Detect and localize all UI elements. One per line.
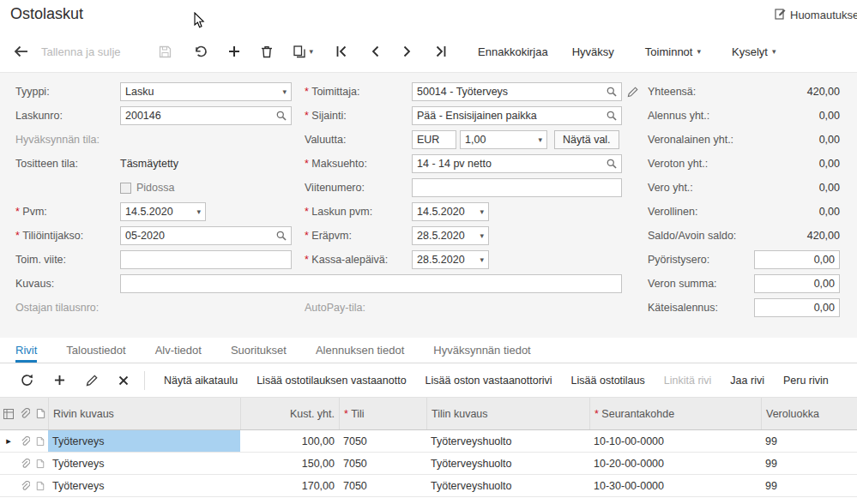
date-field[interactable]: 14.5.2020 ▾ [120, 202, 206, 221]
add-row-button[interactable] [54, 375, 65, 386]
cell-rivin-kuvaus[interactable]: Työterveys [48, 453, 240, 474]
note-cell[interactable] [33, 475, 48, 496]
table-row[interactable]: Työterveys 170,00 7050 Työterveyshuolto … [0, 475, 857, 497]
view-currency-button[interactable]: Näytä val. [554, 130, 619, 149]
search-icon[interactable] [607, 111, 617, 121]
cash-discount-field[interactable]: 0,00 [754, 298, 840, 317]
column-header-seurantakohde[interactable]: Seurantakohde [589, 398, 761, 429]
rounding-diff-field[interactable]: 0,00 [754, 250, 840, 269]
on-hold-checkbox[interactable] [120, 183, 131, 194]
column-header-tili[interactable]: Tili [339, 398, 426, 429]
cell-seurantakohde[interactable]: 10-20-00-0000 [589, 453, 761, 474]
cash-discount-date-field[interactable]: 28.5.2020 ▾ [412, 250, 489, 269]
note-cell[interactable] [33, 430, 48, 452]
invoice-number-input[interactable] [125, 110, 276, 122]
reference-number-field[interactable] [412, 178, 622, 197]
posting-period-field[interactable] [120, 226, 292, 245]
add-purchase-order-button[interactable]: Lisää ostotilaus [571, 375, 645, 387]
copy-paste-button[interactable]: ▾ [293, 45, 314, 58]
cell-seurantakohde[interactable]: 10-30-00-0000 [589, 475, 761, 496]
edit-row-button[interactable] [86, 375, 98, 387]
cell-rivin-kuvaus[interactable]: Työterveys [48, 430, 240, 452]
vendor-input[interactable] [417, 86, 607, 98]
last-record-button[interactable] [435, 45, 447, 57]
search-icon[interactable] [607, 87, 617, 97]
due-date-field[interactable]: 28.5.2020 ▾ [412, 226, 489, 245]
actions-menu-button[interactable]: Toiminnot ▾ [645, 45, 701, 58]
tab-alennuksen-tiedot[interactable]: Alennuksen tiedot [316, 338, 404, 363]
posting-period-input[interactable] [125, 230, 276, 242]
delete-button[interactable] [261, 45, 273, 58]
edit-vendor-button[interactable] [627, 87, 638, 98]
inquiries-menu-button[interactable]: Kyselyt ▾ [732, 45, 776, 58]
attachment-cell[interactable] [17, 475, 33, 496]
vendor-ref-field[interactable] [120, 250, 292, 269]
next-record-button[interactable] [402, 45, 413, 57]
grid-settings-button[interactable] [0, 398, 17, 429]
reference-number-input[interactable] [417, 182, 617, 194]
tab-taloustiedot[interactable]: Taloustiedot [66, 338, 125, 363]
invoice-number-field[interactable] [120, 106, 292, 125]
currency-rate-field[interactable]: 1,00 ▾ [460, 130, 547, 149]
add-po-receipt-button[interactable]: Lisää ostotilauksen vastaanotto [256, 375, 406, 387]
prebook-button[interactable]: Ennakkokirjaa [478, 45, 548, 58]
search-icon[interactable] [276, 231, 287, 241]
cell-kust-yht[interactable]: 150,00 [240, 453, 339, 474]
cell-tilin-kuvaus[interactable]: Työterveyshuolto [426, 453, 589, 474]
invoice-date-field[interactable]: 14.5.2020 ▾ [412, 202, 489, 221]
cell-rivin-kuvaus[interactable]: Työterveys [48, 475, 240, 496]
attachment-cell[interactable] [17, 453, 33, 474]
table-row[interactable]: ▸ Työterveys 100,00 7050 Työterveyshuolt… [0, 430, 857, 453]
cell-tili[interactable]: 7050 [339, 453, 426, 474]
note-cell[interactable] [33, 453, 48, 474]
add-button[interactable] [228, 45, 240, 57]
cell-tilin-kuvaus[interactable]: Työterveyshuolto [426, 430, 589, 452]
location-field[interactable] [412, 106, 622, 125]
cell-veroluokka[interactable]: 99 [761, 453, 857, 474]
split-line-button[interactable]: Jaa rivi [730, 375, 764, 387]
back-button[interactable] [14, 45, 29, 57]
vendor-ref-input[interactable] [125, 254, 287, 266]
cell-kust-yht[interactable]: 100,00 [240, 430, 339, 452]
add-po-receipt-line-button[interactable]: Lisää oston vastaanottorivi [425, 375, 552, 387]
attachment-cell[interactable] [17, 430, 33, 452]
cell-tilin-kuvaus[interactable]: Työterveyshuolto [426, 475, 589, 496]
payment-terms-field[interactable] [412, 154, 622, 173]
refresh-button[interactable] [21, 374, 33, 387]
cell-veroluokka[interactable]: 99 [761, 475, 857, 496]
show-schedule-button[interactable]: Näytä aikataulu [164, 375, 238, 387]
delete-row-button[interactable] [118, 375, 129, 386]
first-record-button[interactable] [335, 45, 347, 57]
approve-button[interactable]: Hyväksy [572, 45, 614, 58]
column-header-kust-yht[interactable]: Kust. yht. [240, 398, 339, 429]
cell-seurantakohde[interactable]: 10-10-00-0000 [589, 430, 761, 452]
vendor-field[interactable] [412, 82, 622, 101]
link-line-button[interactable]: Linkitä rivi [664, 375, 712, 387]
payment-terms-input[interactable] [417, 158, 607, 170]
tab-alv-tiedot[interactable]: Alv-tiedot [155, 338, 202, 363]
column-header-veroluokka[interactable]: Veroluokka [761, 398, 857, 429]
type-select[interactable]: Lasku ▾ [120, 82, 292, 101]
search-icon[interactable] [276, 111, 287, 121]
cell-tili[interactable]: 7050 [339, 430, 426, 452]
search-icon[interactable] [607, 159, 617, 169]
tab-rivit[interactable]: Rivit [15, 338, 37, 363]
cell-tili[interactable]: 7050 [339, 475, 426, 496]
tab-suoritukset[interactable]: Suoritukset [231, 338, 287, 363]
cancel-line-button[interactable]: Peru rivin [783, 375, 829, 387]
save-and-close-button[interactable]: Tallenna ja sulje [41, 45, 121, 58]
notes-link[interactable]: Huomautukset [775, 8, 857, 22]
table-row[interactable]: Työterveys 150,00 7050 Työterveyshuolto … [0, 453, 857, 475]
save-button[interactable] [159, 45, 172, 58]
attachments-column-header[interactable] [17, 398, 33, 429]
location-input[interactable] [417, 110, 607, 122]
tab-hyvaksynnan-tiedot[interactable]: Hyväksynnän tiedot [433, 338, 530, 363]
column-header-rivin-kuvaus[interactable]: Rivin kuvaus [48, 398, 240, 429]
column-header-tilin-kuvaus[interactable]: Tilin kuvaus [426, 398, 589, 429]
previous-record-button[interactable] [370, 45, 380, 57]
notes-column-header[interactable] [33, 398, 48, 429]
currency-code-field[interactable]: EUR [412, 130, 456, 149]
cell-veroluokka[interactable]: 99 [761, 430, 857, 452]
undo-button[interactable] [194, 45, 208, 58]
cell-kust-yht[interactable]: 170,00 [240, 475, 339, 496]
